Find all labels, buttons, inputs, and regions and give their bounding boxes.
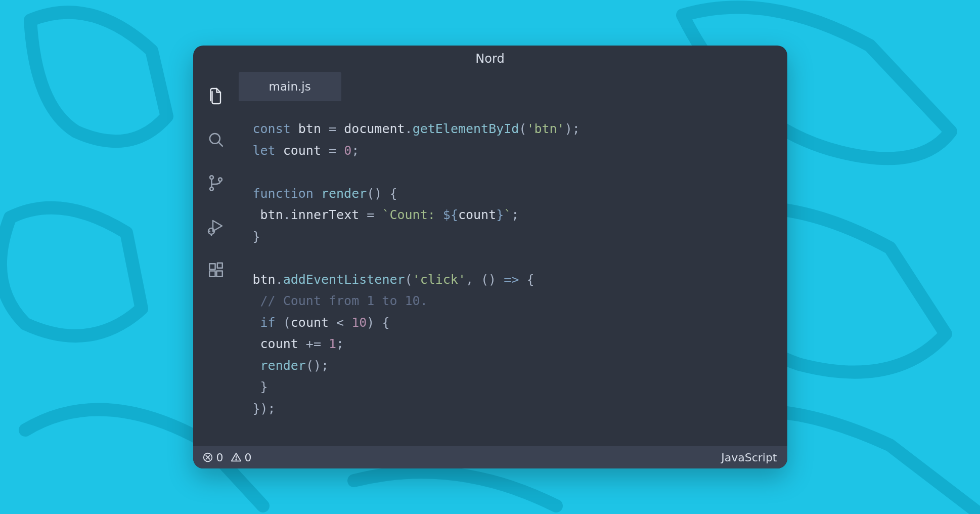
svg-rect-12 bbox=[216, 271, 222, 276]
code-line: render(); bbox=[253, 355, 773, 377]
editor-window: Nord bbox=[193, 46, 787, 468]
svg-rect-11 bbox=[209, 271, 215, 276]
code-line bbox=[253, 247, 773, 269]
language-label: JavaScript bbox=[721, 451, 777, 464]
code-line: } bbox=[253, 226, 773, 248]
error-count: 0 bbox=[216, 451, 224, 464]
code-line: btn.addEventListener('click', () => { bbox=[253, 269, 773, 291]
tab-label: main.js bbox=[269, 80, 311, 93]
window-title: Nord bbox=[475, 52, 504, 66]
git-branch-icon[interactable] bbox=[206, 173, 226, 193]
error-icon bbox=[202, 452, 213, 463]
titlebar: Nord bbox=[193, 46, 787, 72]
svg-rect-10 bbox=[209, 264, 215, 269]
code-line: // Count from 1 to 10. bbox=[253, 290, 773, 312]
tab-main-js[interactable]: main.js bbox=[239, 72, 341, 101]
code-line: }); bbox=[253, 398, 773, 420]
code-line: const btn = document.getElementById('btn… bbox=[253, 118, 773, 140]
code-line bbox=[253, 161, 773, 183]
warning-icon bbox=[231, 452, 242, 463]
svg-rect-13 bbox=[217, 263, 222, 268]
code-line: } bbox=[253, 376, 773, 398]
warning-count: 0 bbox=[245, 451, 252, 464]
code-line: count += 1; bbox=[253, 333, 773, 355]
tabbar: main.js bbox=[239, 72, 787, 101]
main-area: main.js const btn = document.getElementB… bbox=[239, 72, 787, 446]
statusbar: 0 0 JavaScript bbox=[193, 446, 787, 468]
debug-icon[interactable] bbox=[206, 217, 226, 237]
code-line: let count = 0; bbox=[253, 140, 773, 162]
search-icon[interactable] bbox=[206, 130, 226, 150]
status-warnings[interactable]: 0 bbox=[231, 451, 252, 464]
status-errors[interactable]: 0 bbox=[202, 451, 224, 464]
files-icon[interactable] bbox=[206, 86, 226, 106]
code-editor[interactable]: const btn = document.getElementById('btn… bbox=[239, 101, 787, 440]
editor-body: main.js const btn = document.getElementB… bbox=[193, 72, 787, 446]
extensions-icon[interactable] bbox=[206, 260, 226, 280]
svg-point-18 bbox=[236, 459, 236, 460]
status-language[interactable]: JavaScript bbox=[721, 451, 777, 464]
svg-line-1 bbox=[218, 142, 222, 146]
code-line: btn.innerText = `Count: ${count}`; bbox=[253, 204, 773, 226]
activity-bar bbox=[193, 72, 239, 446]
code-line: function render() { bbox=[253, 183, 773, 205]
code-line: if (count < 10) { bbox=[253, 312, 773, 334]
